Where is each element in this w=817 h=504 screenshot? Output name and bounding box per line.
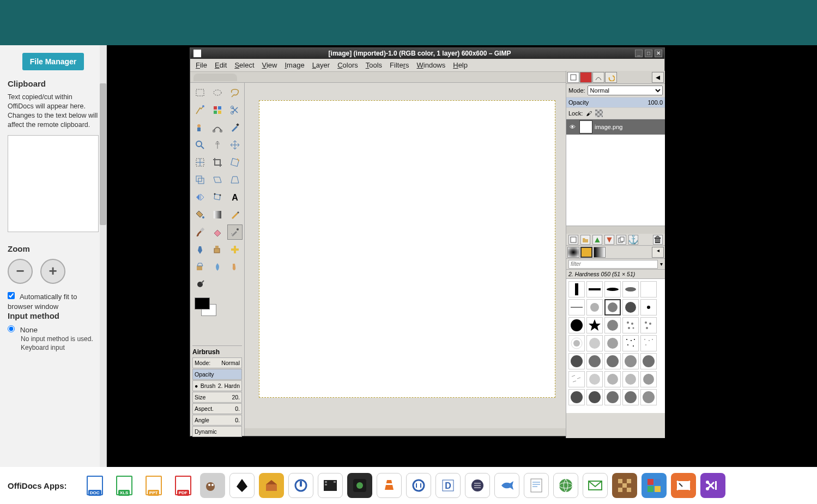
layers-h-scroll[interactable] (566, 226, 665, 234)
duplicate-layer-button[interactable] (616, 235, 626, 245)
brush-swatch[interactable] (640, 389, 657, 405)
blur-tool[interactable] (210, 259, 225, 275)
layers-empty-area[interactable] (566, 135, 665, 226)
bucket-fill-tool[interactable] (192, 207, 208, 222)
mode-row[interactable]: Mode:Normal (192, 357, 242, 368)
brush-swatch[interactable] (604, 317, 621, 333)
app-dia[interactable]: D (435, 473, 461, 498)
delete-layer-button[interactable]: 🗑 (653, 235, 663, 245)
brush-swatch[interactable] (640, 317, 657, 333)
fuzzy-select-tool[interactable] (192, 102, 208, 118)
app-gimp[interactable] (200, 473, 225, 498)
layer-row[interactable]: 👁 image.png (566, 119, 665, 135)
app-pix[interactable] (642, 473, 667, 498)
brush-swatch[interactable] (586, 389, 603, 405)
layer-thumbnail[interactable] (579, 120, 592, 133)
dynamic-row[interactable]: Dynamic (192, 426, 242, 437)
ellipse-select-tool[interactable] (210, 85, 225, 100)
brush-swatch[interactable] (622, 281, 639, 297)
menu-edit[interactable]: Edit (215, 61, 227, 69)
clone-tool[interactable] (210, 242, 225, 257)
rect-select-tool[interactable] (192, 85, 208, 100)
brush-swatch[interactable] (640, 299, 657, 315)
zoom-out-button[interactable]: − (8, 259, 33, 284)
lower-layer-button[interactable]: ▼ (604, 235, 614, 245)
rotate-tool[interactable] (227, 155, 243, 170)
paths-tool[interactable] (210, 120, 225, 135)
paths-tab[interactable] (592, 72, 604, 83)
app-edit2[interactable] (700, 473, 725, 498)
app-edit1[interactable] (671, 473, 696, 498)
brush-swatch[interactable] (586, 281, 603, 297)
scissors-tool[interactable] (227, 102, 243, 118)
perspective-tool[interactable] (227, 172, 243, 187)
brush-swatch[interactable] (622, 299, 639, 315)
menu-windows[interactable]: Windows (417, 61, 446, 69)
layer-mode-select[interactable]: Normal (588, 86, 663, 95)
measure-tool[interactable] (210, 137, 225, 153)
app-doc[interactable]: DOC (82, 473, 107, 498)
brush-dock-menu[interactable]: ◂ (652, 247, 664, 258)
menu-layer[interactable]: Layer (312, 61, 330, 69)
brush-swatch[interactable] (622, 335, 639, 351)
brush-swatch[interactable] (604, 281, 621, 297)
fg-color-swatch[interactable] (195, 297, 210, 309)
brush-swatch[interactable] (604, 353, 621, 369)
zoom-in-button[interactable]: + (40, 259, 65, 284)
brush-swatch[interactable] (568, 371, 585, 387)
app-mail[interactable] (583, 473, 608, 498)
anchor-layer-button[interactable]: ⚓ (628, 235, 638, 245)
brush-swatch[interactable] (640, 371, 657, 387)
brush-row[interactable]: ●Brush2. Hardn (192, 380, 242, 391)
ink-tool[interactable] (192, 242, 208, 257)
minimize-button[interactable]: _ (635, 50, 643, 57)
brush-swatch[interactable] (568, 281, 585, 297)
lock-pixel-icon[interactable]: 🖌 (586, 110, 592, 117)
menu-view[interactable]: View (262, 61, 277, 69)
canvas[interactable] (259, 100, 555, 398)
scale-tool[interactable] (192, 172, 208, 187)
auto-fit-checkbox-row[interactable]: Automatically fit to browser window (8, 293, 77, 311)
menu-select[interactable]: Select (234, 61, 254, 69)
brush-swatch-selected[interactable] (604, 299, 621, 315)
angle-row[interactable]: Angle0. (192, 415, 242, 426)
brush-swatch[interactable] (586, 353, 603, 369)
blend-tool[interactable] (210, 207, 225, 222)
app-firefox[interactable] (553, 473, 578, 498)
color-swatches[interactable] (192, 297, 219, 319)
brush-swatch[interactable] (622, 353, 639, 369)
app-pdf[interactable]: PDF (171, 473, 196, 498)
app-inkscape[interactable] (229, 473, 255, 498)
brush-swatch[interactable] (586, 335, 603, 351)
smudge-tool[interactable] (227, 259, 243, 275)
brush-swatch[interactable] (568, 299, 585, 315)
new-layer-button[interactable] (568, 235, 578, 245)
size-row[interactable]: Size20. (192, 392, 242, 403)
auto-fit-checkbox[interactable] (8, 292, 15, 299)
brush-filter-input[interactable] (568, 260, 658, 269)
input-none-row[interactable]: None (8, 326, 38, 334)
maximize-button[interactable]: □ (645, 50, 652, 57)
lasso-tool[interactable] (227, 85, 243, 100)
brush-swatch[interactable] (568, 389, 585, 405)
menu-file[interactable]: File (196, 61, 207, 69)
brush-swatch[interactable] (640, 281, 657, 297)
dock-menu-button[interactable]: ◂ (652, 72, 664, 83)
menu-colors[interactable]: Colors (337, 61, 358, 69)
window-titlebar[interactable]: [image] (imported)-1.0 (RGB color, 1 lay… (190, 48, 664, 59)
heal-tool[interactable] (227, 242, 243, 257)
crop-tool[interactable] (210, 155, 225, 170)
paintbrush-tool[interactable] (192, 224, 208, 240)
clipboard-textarea[interactable] (8, 135, 99, 232)
brush-swatch[interactable] (586, 317, 603, 333)
menu-image[interactable]: Image (285, 61, 304, 69)
zoom-tool[interactable] (192, 137, 208, 153)
lock-alpha-icon[interactable] (595, 110, 603, 117)
flip-tool[interactable] (192, 190, 208, 205)
app-lmms[interactable] (347, 473, 372, 498)
color-select-tool[interactable] (210, 102, 225, 118)
channels-tab[interactable] (580, 72, 592, 83)
dodge-tool[interactable] (192, 277, 208, 292)
opacity-row[interactable]: Opacity (192, 369, 242, 380)
app-clementine[interactable] (406, 473, 431, 498)
